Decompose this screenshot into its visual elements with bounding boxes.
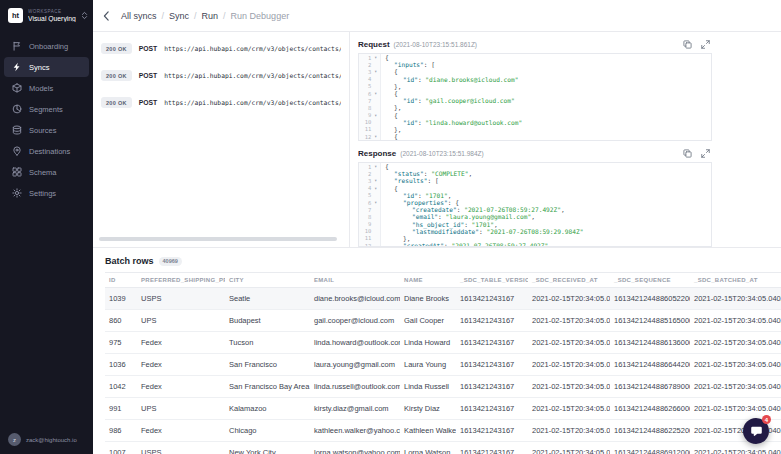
request-list: 200 OKPOSThttps://api.hubapi.com/crm/v3/… <box>93 32 350 247</box>
code-gutter: 3▾ <box>359 177 381 184</box>
table-row[interactable]: 975FedexTucsonlinda.howard@outlook.comLi… <box>105 332 781 354</box>
table-cell: 2021-02-15T20:34:05.040Z <box>690 354 781 376</box>
code-gutter: 1▾ <box>359 54 381 61</box>
sidebar-item-onboarding[interactable]: Onboarding <box>4 36 89 56</box>
breadcrumb-item[interactable]: Run Debugger <box>231 11 290 21</box>
line-number: 11 <box>359 126 371 132</box>
table-cell: 2021-02-15T20:34:05.040Z <box>528 310 610 332</box>
chat-bubble-icon <box>750 425 763 438</box>
sidebar-item-schema[interactable]: Schema <box>4 162 89 182</box>
breadcrumb-item[interactable]: Run <box>202 11 219 21</box>
column-header: _SDC_SEQUENCE <box>610 273 690 288</box>
code-line: 3▾{ <box>359 68 711 75</box>
fold-toggle-icon[interactable]: ▾ <box>371 55 380 60</box>
code-text: "id": "diane.brooks@icloud.com" <box>381 76 519 83</box>
code-text: "createdate": "2021-07-26T08:59:27.492Z"… <box>381 206 565 213</box>
line-number: 4 <box>359 76 371 82</box>
table-row[interactable]: 986FedexChicagokathleen.walker@yahoo.com… <box>105 420 781 442</box>
request-timestamp: (2021-08-10T23:15:51.861Z) <box>394 41 477 48</box>
table-cell: Kalamazoo <box>225 398 310 420</box>
workspace-label: WORKSPACE <box>28 9 76 14</box>
sidebar-item-label: Sources <box>29 126 57 135</box>
fold-toggle-icon[interactable]: ▾ <box>371 164 380 169</box>
table-cell: Lorna Watson <box>400 442 456 454</box>
line-number: 9 <box>359 221 371 227</box>
table-row[interactable]: 1007USPSNew York Citylorna.watson@yahoo.… <box>105 442 781 454</box>
fold-toggle-icon[interactable]: ▾ <box>371 178 380 183</box>
code-gutter: 11 <box>359 235 381 242</box>
code-line: 12▾{ <box>359 133 711 140</box>
table-row[interactable]: 1039USPSSeatlediane.brooks@icloud.comDia… <box>105 288 781 310</box>
breadcrumb: All syncs/Sync/Run/Run Debugger <box>116 11 294 21</box>
table-cell: 1036 <box>105 354 137 376</box>
batch-rows-header: Batch rows 40969 <box>93 248 781 272</box>
code-text: "status": "COMPLETE", <box>381 170 472 177</box>
code-text: }, <box>381 83 401 90</box>
code-text: }, <box>381 235 410 242</box>
request-row[interactable]: 200 OKPOSThttps://api.hubapi.com/crm/v3/… <box>93 89 349 116</box>
fold-toggle-icon[interactable]: ▾ <box>371 200 380 205</box>
expand-icon[interactable] <box>701 149 710 158</box>
sidebar-item-segments[interactable]: Segments <box>4 99 89 119</box>
sidebar-item-settings[interactable]: Settings <box>4 183 89 203</box>
line-number: 7 <box>359 98 371 104</box>
table-row[interactable]: 1036FedexSan Franciscolaura.young@gmail.… <box>105 354 781 376</box>
table-cell: 2021-02-15T20:34:05.040Z <box>690 332 781 354</box>
code-gutter: 3▾ <box>359 68 381 75</box>
horizontal-scrollbar[interactable] <box>99 237 337 241</box>
sidebar-item-models[interactable]: Models <box>4 78 89 98</box>
code-gutter: 10 <box>359 228 381 235</box>
hightouch-logo: ht <box>8 8 23 23</box>
main-content: All syncs/Sync/Run/Run Debugger 200 OKPO… <box>93 0 781 454</box>
request-panel-title: Request <box>358 40 390 49</box>
fold-toggle-icon[interactable]: ▾ <box>371 134 380 139</box>
workspace-switcher[interactable]: ht WORKSPACE Visual Querying D... <box>0 0 93 32</box>
code-gutter: 2 <box>359 61 381 68</box>
table-row[interactable]: 991UPSKalamazookirsty.diaz@gmail.comKirs… <box>105 398 781 420</box>
fold-toggle-icon[interactable]: ▾ <box>371 113 380 118</box>
line-number: 4 <box>359 185 371 191</box>
request-row[interactable]: 200 OKPOSThttps://api.hubapi.com/crm/v3/… <box>93 35 349 62</box>
sidebar-item-syncs[interactable]: Syncs <box>4 57 89 77</box>
fold-toggle-icon[interactable]: ▾ <box>371 186 380 191</box>
code-text: { <box>381 185 398 192</box>
breadcrumb-item[interactable]: Sync <box>169 11 189 21</box>
fold-toggle-icon[interactable]: ▾ <box>371 91 380 96</box>
line-number: 6 <box>359 91 371 97</box>
chat-unread-badge: 4 <box>762 415 771 424</box>
line-number: 6 <box>359 200 371 206</box>
table-cell: 1613421244886136000 <box>610 332 690 354</box>
code-text: }, <box>381 104 401 111</box>
table-cell: 860 <box>105 310 137 332</box>
user-account[interactable]: z zack@hightouch.io <box>8 433 77 446</box>
response-panel-title: Response <box>358 149 396 158</box>
table-cell: 1613421243167 <box>456 376 528 398</box>
response-timestamp: (2021-08-10T23:15:51.984Z) <box>400 150 483 157</box>
expand-icon[interactable] <box>701 40 710 49</box>
table-cell: 1039 <box>105 288 137 310</box>
response-panel-header: Response (2021-08-10T23:15:51.984Z) <box>358 147 712 162</box>
sidebar-item-destinations[interactable]: Destinations <box>4 141 89 161</box>
table-cell: New York City <box>225 442 310 454</box>
table-row[interactable]: 860UPSBudapestgail.cooper@icloud.comGail… <box>105 310 781 332</box>
chat-launcher[interactable]: 4 <box>743 418 769 444</box>
back-chevron-icon[interactable] <box>103 11 110 21</box>
onboarding-icon <box>12 41 22 51</box>
column-header: NAME <box>400 273 456 288</box>
code-line: 5"id": "1701", <box>359 192 711 199</box>
code-line: 6▾"properties": { <box>359 199 711 206</box>
table-cell: 991 <box>105 398 137 420</box>
request-row[interactable]: 200 OKPOSThttps://api.hubapi.com/crm/v3/… <box>93 62 349 89</box>
models-icon <box>12 83 22 93</box>
table-row[interactable]: 1042FedexSan Francisco Bay Arealinda.rus… <box>105 376 781 398</box>
table-cell: Chicago <box>225 420 310 442</box>
breadcrumb-separator: / <box>223 11 226 21</box>
breadcrumb-item[interactable]: All syncs <box>121 11 157 21</box>
copy-icon[interactable] <box>683 149 692 158</box>
fold-toggle-icon[interactable]: ▾ <box>371 69 380 74</box>
sidebar-item-sources[interactable]: Sources <box>4 120 89 140</box>
code-gutter: 9▾ <box>359 112 381 119</box>
copy-icon[interactable] <box>683 40 692 49</box>
line-number: 7 <box>359 207 371 213</box>
destinations-icon <box>12 146 22 156</box>
